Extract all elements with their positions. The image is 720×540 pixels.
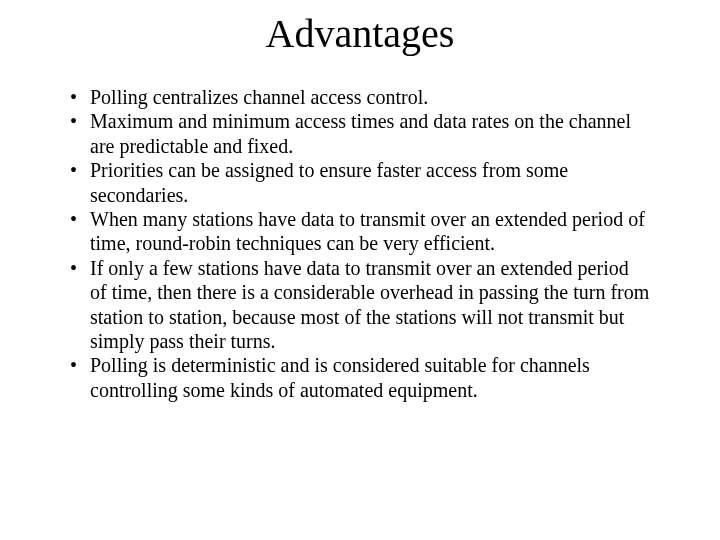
slide: Advantages Polling centralizes channel a… bbox=[0, 0, 720, 540]
list-item: When many stations have data to transmit… bbox=[68, 207, 650, 256]
list-item: Polling centralizes channel access contr… bbox=[68, 85, 650, 109]
list-item: Polling is deterministic and is consider… bbox=[68, 353, 650, 402]
list-item: If only a few stations have data to tran… bbox=[68, 256, 650, 354]
slide-title: Advantages bbox=[60, 10, 660, 57]
list-item: Priorities can be assigned to ensure fas… bbox=[68, 158, 650, 207]
bullet-list: Polling centralizes channel access contr… bbox=[60, 85, 660, 402]
list-item: Maximum and minimum access times and dat… bbox=[68, 109, 650, 158]
